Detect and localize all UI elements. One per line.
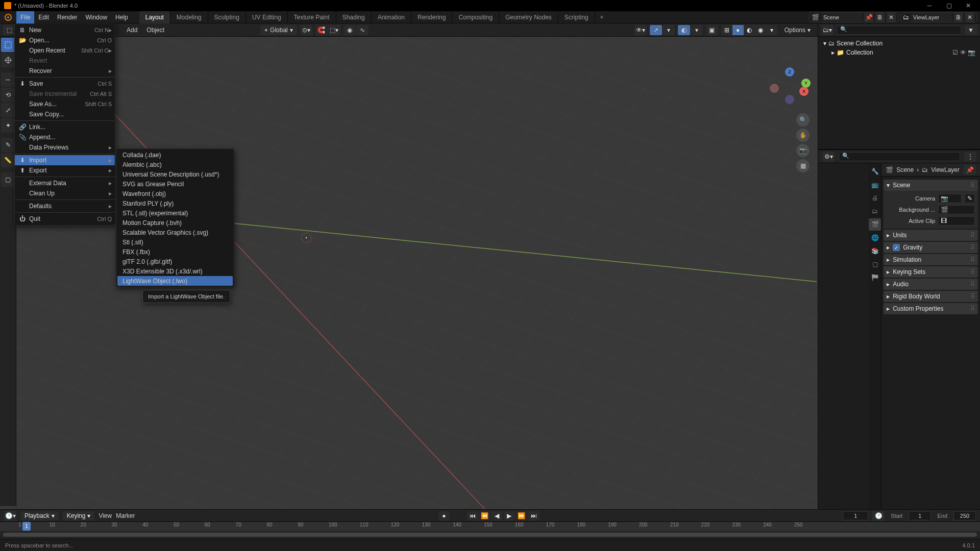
panel-audio[interactable]: ▸Audio⠿ xyxy=(884,279,978,290)
pin-icon[interactable]: 📌 xyxy=(964,165,976,175)
workspace-add-button[interactable]: + xyxy=(595,14,609,21)
visibility-selector[interactable]: 👁▾ xyxy=(634,25,647,35)
file-menu-new[interactable]: 🗎NewCtrl N▸ xyxy=(15,25,115,35)
import-wavefront-obj-[interactable]: Wavefront (.obj) xyxy=(117,189,233,198)
xray-toggle[interactable]: ▣ xyxy=(706,25,718,35)
file-menu-open-recent[interactable]: Open RecentShift Ctrl O▸ xyxy=(15,45,115,56)
import-scalable-vector-graphics-svg-[interactable]: Scalable Vector Graphics (.svg) xyxy=(117,228,233,237)
scene-unlink-icon[interactable]: ✕ xyxy=(887,13,896,22)
navigation-gizmo[interactable]: Z Y X xyxy=(770,67,811,108)
viewport-options-dropdown[interactable]: Options ▾ xyxy=(780,27,815,34)
proportional-edit-toggle[interactable]: ◉ xyxy=(344,25,356,35)
orientation-selector[interactable]: ⌖ Global ▾ xyxy=(260,25,297,35)
viewlayer-selector[interactable]: 🗂 🗎 ✕ xyxy=(900,12,977,22)
camera-field[interactable]: 📷 xyxy=(938,194,962,203)
file-menu-external-data[interactable]: External Data▸ xyxy=(15,178,115,188)
file-menu-link-[interactable]: 🔗Link... xyxy=(15,122,115,132)
menu-render[interactable]: Render xyxy=(53,11,81,23)
import-alembic-abc-[interactable]: Alembic (.abc) xyxy=(117,160,233,169)
annotate-tool[interactable]: ✎ xyxy=(1,138,15,152)
panel-gravity[interactable]: ▸Gravity⠿ xyxy=(884,242,978,253)
workspace-layout[interactable]: Layout xyxy=(139,11,170,23)
camera-eyedropper[interactable]: ✎ xyxy=(965,194,975,203)
tab-output[interactable]: 🖨 xyxy=(869,192,881,204)
timeline-ruler[interactable]: 1 11020304050607080901001101201301401501… xyxy=(0,522,980,531)
persp-ortho-button[interactable]: ▦ xyxy=(796,159,810,172)
jump-next-key-button[interactable]: ⏩ xyxy=(516,511,527,520)
shading-solid[interactable]: ● xyxy=(732,25,744,35)
scene-name-input[interactable] xyxy=(821,13,862,22)
panel-rigid-body-world[interactable]: ▸Rigid Body World⠿ xyxy=(884,291,978,302)
snap-options[interactable]: ⬚▾ xyxy=(328,25,340,35)
exclude-checkbox[interactable]: ☑ xyxy=(951,49,959,56)
file-menu-append-[interactable]: 📎Append... xyxy=(15,132,115,142)
import-stanford-ply-ply-[interactable]: Stanford PLY (.ply) xyxy=(117,198,233,208)
jump-prev-key-button[interactable]: ⏪ xyxy=(479,511,491,520)
3d-viewport[interactable]: ↔ ⟲ ⤢ ✦ ✎ 📏 ▢ ⬚ Add Object ⌖ Global ▾ ⊙▾ xyxy=(0,23,818,509)
viewport-add-menu[interactable]: Add xyxy=(124,27,140,34)
tab-texture[interactable]: 🏁 xyxy=(869,271,881,284)
shading-material[interactable]: ◐ xyxy=(744,25,755,35)
file-menu-defaults[interactable]: Defaults▸ xyxy=(15,201,115,211)
overlays-toggle[interactable]: ◐ xyxy=(678,25,690,35)
menu-edit[interactable]: Edit xyxy=(34,11,53,23)
editor-type-icon[interactable]: ⬚ xyxy=(3,25,15,35)
proportional-falloff[interactable]: ∿ xyxy=(356,25,369,35)
snap-toggle[interactable]: 🧲 xyxy=(315,25,328,35)
timeline-view-menu[interactable]: View xyxy=(99,512,112,519)
file-menu-quit[interactable]: ⏻QuitCtrl Q xyxy=(15,214,115,224)
tab-world[interactable]: 🌐 xyxy=(869,232,881,244)
preview-range-toggle[interactable]: 🕐 xyxy=(872,511,885,521)
file-menu-save-copy-[interactable]: Save Copy... xyxy=(15,109,115,119)
tab-scene[interactable]: 🎬 xyxy=(869,218,881,231)
timeline-marker-menu[interactable]: Marker xyxy=(116,512,135,519)
workspace-scripting[interactable]: Scripting xyxy=(558,11,595,23)
file-menu-open-[interactable]: 📂Open...Ctrl O xyxy=(15,35,115,45)
workspace-texture-paint[interactable]: Texture Paint xyxy=(288,11,336,23)
viewlayer-remove-icon[interactable]: ✕ xyxy=(965,13,974,22)
overlays-options[interactable]: ▾ xyxy=(691,25,703,35)
outliner-filter-button[interactable]: ▼ xyxy=(965,25,977,35)
end-frame-input[interactable] xyxy=(953,511,976,520)
file-menu-save-as-[interactable]: Save As...Shift Ctrl S xyxy=(15,99,115,109)
workspace-modeling[interactable]: Modeling xyxy=(170,11,208,23)
import-fbx-fbx-[interactable]: FBX (.fbx) xyxy=(117,247,233,257)
autokey-toggle[interactable]: ● xyxy=(438,511,450,520)
scene-selector[interactable]: 🎬 📌 🗎 ✕ xyxy=(809,12,898,22)
tab-render[interactable]: 📺 xyxy=(869,179,881,191)
measure-tool[interactable]: 📏 xyxy=(1,153,15,167)
gizmo-axis-neg-x[interactable] xyxy=(770,84,779,93)
cursor-tool[interactable] xyxy=(1,53,15,67)
import-stl-stl-[interactable]: Stl (.stl) xyxy=(117,237,233,247)
shading-wireframe[interactable]: ⊞ xyxy=(721,25,732,35)
pivot-selector[interactable]: ⊙▾ xyxy=(300,25,312,35)
play-button[interactable]: ▶ xyxy=(504,511,515,520)
panel-simulation[interactable]: ▸Simulation⠿ xyxy=(884,254,978,265)
panel-custom-properties[interactable]: ▸Custom Properties⠿ xyxy=(884,303,978,314)
tab-collection[interactable]: 📚 xyxy=(869,245,881,257)
file-menu-clean-up[interactable]: Clean Up▸ xyxy=(15,188,115,198)
scale-tool[interactable]: ⤢ xyxy=(1,103,15,117)
workspace-rendering[interactable]: Rendering xyxy=(411,11,452,23)
properties-display-mode[interactable]: ⚙▾ xyxy=(822,152,835,162)
current-frame-input[interactable] xyxy=(843,511,868,520)
properties-search-input[interactable]: 🔍 xyxy=(839,152,960,161)
gizmo-toggle[interactable]: ↗ xyxy=(650,25,662,35)
gizmo-axis-z[interactable]: Z xyxy=(785,67,794,77)
viewport-object-menu[interactable]: Object xyxy=(143,27,167,34)
maximize-button[interactable]: ▢ xyxy=(945,2,952,9)
import-x3d-extensible-3d-x3d-wrl-[interactable]: X3D Extensible 3D (.x3d/.wrl) xyxy=(117,266,233,276)
blender-icon[interactable] xyxy=(3,12,13,22)
add-cube-tool[interactable]: ▢ xyxy=(1,172,15,187)
file-menu-data-previews[interactable]: Data Previews▸ xyxy=(15,142,115,153)
import-svg-as-grease-pencil[interactable]: SVG as Grease Pencil xyxy=(117,179,233,189)
tab-tool[interactable]: 🔧 xyxy=(869,165,881,178)
active-clip-field[interactable]: 🎞 xyxy=(938,216,975,226)
minimize-button[interactable]: ─ xyxy=(926,2,933,9)
panel-units[interactable]: ▸Units⠿ xyxy=(884,230,978,241)
outliner-search-input[interactable]: 🔍 xyxy=(837,26,962,35)
viewlayer-name-input[interactable] xyxy=(911,13,952,22)
drag-icon[interactable]: ⠿ xyxy=(970,182,975,189)
zoom-button[interactable]: 🔍 xyxy=(796,113,810,127)
scene-pin-icon[interactable]: 📌 xyxy=(864,13,873,22)
